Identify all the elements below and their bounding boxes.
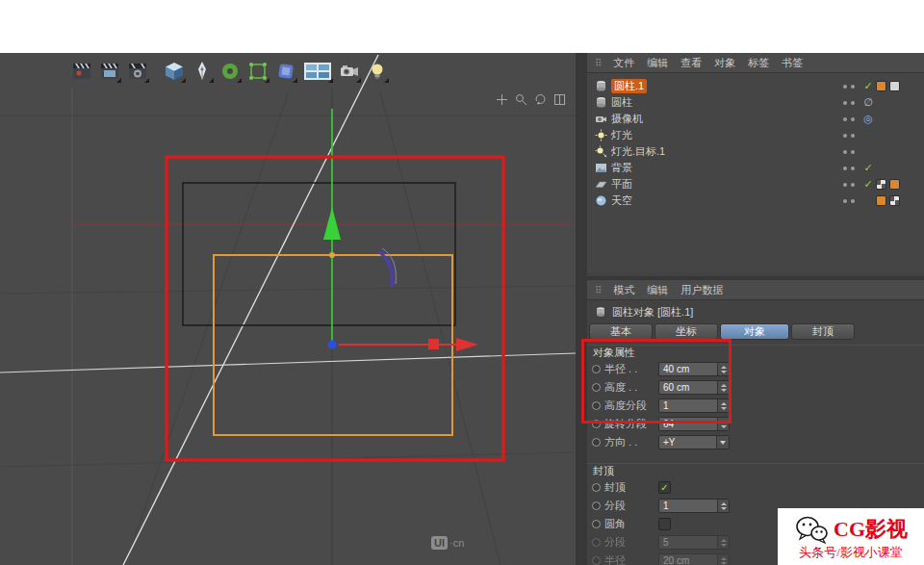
- tab-caps[interactable]: 封顶: [791, 323, 855, 340]
- object-row[interactable]: 摄像机: [587, 111, 924, 127]
- object-name[interactable]: 灯光.目标.1: [611, 144, 665, 159]
- visibility-dots[interactable]: [837, 183, 860, 187]
- user-data-menu[interactable]: 用户数据: [680, 283, 723, 297]
- file-menu[interactable]: 文件: [613, 56, 634, 70]
- background-object-icon: [595, 162, 607, 174]
- edit-menu[interactable]: 编辑: [647, 283, 668, 297]
- keyframe-circle-icon[interactable]: [592, 420, 601, 428]
- keyframe-circle-icon[interactable]: [592, 401, 601, 410]
- right-panel: ⠿ 文件 编辑 查看 对象 标签 书签 圆柱.1: [587, 53, 924, 565]
- keyframe-circle-icon[interactable]: [592, 365, 601, 373]
- subdivision-generator-icon[interactable]: [245, 59, 270, 84]
- torus-primitive-icon[interactable]: [218, 59, 243, 84]
- object-name[interactable]: 平面: [611, 177, 632, 192]
- bookmarks-menu[interactable]: 书签: [782, 56, 803, 70]
- object-row[interactable]: 天空: [587, 193, 924, 209]
- enabled-check-icon[interactable]: [860, 163, 876, 173]
- light-icon[interactable]: [365, 59, 390, 84]
- maximize-view-icon[interactable]: [553, 93, 566, 106]
- keyframe-circle-icon[interactable]: [592, 438, 601, 447]
- keyframe-circle-icon[interactable]: [592, 501, 601, 510]
- texture-tag-icon[interactable]: [889, 195, 900, 206]
- tags-menu[interactable]: 标签: [748, 56, 769, 70]
- object-name[interactable]: 摄像机: [611, 112, 643, 126]
- cube-primitive-icon[interactable]: [162, 59, 187, 84]
- objects-menu[interactable]: 对象: [714, 56, 735, 70]
- tab-object[interactable]: 对象: [720, 323, 789, 340]
- object-row[interactable]: 背景: [587, 160, 924, 176]
- object-name[interactable]: 灯光: [611, 128, 632, 142]
- phong-tag-icon[interactable]: [889, 81, 900, 91]
- floor-environment-icon[interactable]: [301, 59, 334, 84]
- render-settings-icon[interactable]: [125, 59, 150, 84]
- spinner-icon[interactable]: [717, 399, 729, 412]
- height-segments-input[interactable]: 1: [658, 398, 730, 413]
- radius-input[interactable]: 40 cm: [658, 362, 730, 376]
- tab-basic[interactable]: 基本: [589, 323, 653, 340]
- visibility-dots[interactable]: [837, 167, 860, 170]
- rotation-segments-input[interactable]: 64: [658, 417, 730, 431]
- object-row[interactable]: 灯光: [587, 127, 924, 143]
- spinner-icon[interactable]: [717, 381, 729, 394]
- object-name[interactable]: 圆柱: [611, 95, 632, 110]
- fillet-checkbox[interactable]: [658, 518, 671, 530]
- keyframe-circle-icon[interactable]: [592, 483, 601, 492]
- tab-coordinates[interactable]: 坐标: [654, 323, 718, 340]
- visibility-dots[interactable]: [837, 85, 860, 89]
- object-row[interactable]: 圆柱: [587, 94, 924, 111]
- view-menu[interactable]: 查看: [680, 56, 702, 70]
- property-row: 高度 . . 60 cm: [587, 378, 924, 397]
- render-view-icon[interactable]: [69, 59, 94, 84]
- pen-spline-icon[interactable]: [190, 59, 215, 84]
- enabled-check-icon[interactable]: [860, 179, 876, 190]
- orientation-dropdown[interactable]: +Y: [658, 435, 730, 449]
- keyframe-circle-icon[interactable]: [592, 520, 601, 528]
- disabled-icon[interactable]: [860, 97, 876, 108]
- top-vertex-handle[interactable]: [329, 252, 335, 258]
- texture-tag-icon[interactable]: [876, 179, 886, 190]
- visibility-dots[interactable]: [837, 134, 860, 138]
- page: UI ·cn: [0, 0, 924, 565]
- chevron-down-icon[interactable]: [716, 436, 729, 449]
- rotate-icon[interactable]: [534, 93, 547, 106]
- camera-icon[interactable]: [337, 59, 362, 84]
- mode-menu[interactable]: 模式: [613, 283, 634, 297]
- target-tag-icon[interactable]: [860, 114, 876, 124]
- deformer-icon[interactable]: [273, 59, 298, 84]
- visibility-dots[interactable]: [837, 199, 860, 203]
- x-axis-scale-handle[interactable]: [428, 339, 439, 349]
- caps-checkbox[interactable]: [658, 481, 671, 494]
- material-tag-icon[interactable]: [876, 81, 886, 91]
- wechat-icon: [794, 514, 829, 545]
- panel-grip-icon[interactable]: ⠿: [595, 58, 601, 68]
- caps-segments-input[interactable]: 1: [658, 499, 730, 513]
- object-manager: ⠿ 文件 编辑 查看 对象 标签 书签 圆柱.1: [587, 53, 924, 272]
- object-name[interactable]: 天空: [611, 193, 632, 208]
- panel-grip-icon[interactable]: ⠿: [595, 285, 601, 295]
- spinner-icon[interactable]: [717, 363, 729, 375]
- object-name[interactable]: 圆柱.1: [611, 79, 647, 93]
- property-row: 旋转分段 64: [587, 415, 924, 433]
- zoom-icon[interactable]: [515, 93, 527, 106]
- object-row[interactable]: 灯光.目标.1: [587, 143, 924, 160]
- visibility-dots[interactable]: [837, 150, 860, 154]
- object-name[interactable]: 背景: [611, 161, 632, 175]
- origin-handle[interactable]: [328, 341, 337, 349]
- viewport-canvas[interactable]: [0, 53, 576, 565]
- visibility-dots[interactable]: [837, 117, 860, 121]
- object-row[interactable]: 平面: [587, 176, 924, 193]
- height-input[interactable]: 60 cm: [658, 380, 730, 395]
- enabled-check-icon[interactable]: [860, 81, 876, 91]
- panel-splitter[interactable]: [576, 53, 587, 565]
- edit-menu[interactable]: 编辑: [647, 56, 668, 70]
- spinner-icon[interactable]: [717, 500, 729, 512]
- viewport[interactable]: UI ·cn: [0, 53, 576, 565]
- spinner-icon[interactable]: [717, 418, 729, 430]
- keyframe-circle-icon[interactable]: [592, 383, 601, 392]
- material-tag-icon[interactable]: [876, 195, 886, 206]
- material-tag-icon[interactable]: [889, 179, 900, 190]
- pan-icon[interactable]: [496, 93, 508, 106]
- render-picture-viewer-icon[interactable]: [97, 59, 122, 84]
- object-row[interactable]: 圆柱.1: [587, 78, 924, 94]
- visibility-dots[interactable]: [837, 101, 860, 105]
